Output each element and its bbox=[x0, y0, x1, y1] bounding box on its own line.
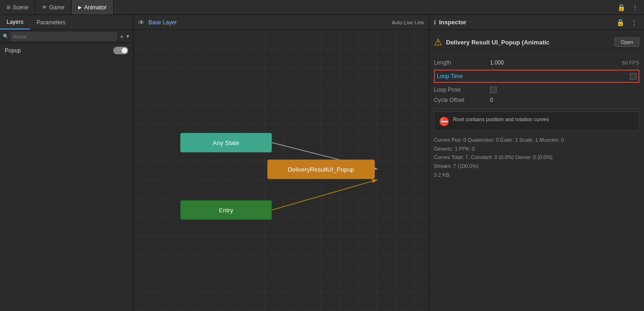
warning-icon: ⚠ bbox=[434, 36, 442, 48]
node-delivery-label: DeliveryResultUI_Popup bbox=[288, 166, 354, 173]
stats-line-5: 3.2 KB bbox=[434, 171, 639, 180]
add-dropdown-icon[interactable]: ▼ bbox=[125, 34, 130, 39]
top-tab-bar: ⊞ Scene 👁 Game ▶ Animator 🔒 ⋮ bbox=[0, 0, 644, 15]
tab-game[interactable]: 👁 Game bbox=[36, 0, 72, 14]
tab-game-label: Game bbox=[49, 4, 65, 11]
cycle-offset-row: Cycle Offset 0 bbox=[434, 95, 639, 105]
length-label: Length bbox=[434, 59, 490, 66]
info-section: ⛔ Root contains position and rotation cu… bbox=[434, 111, 639, 131]
open-button[interactable]: Open bbox=[615, 37, 639, 47]
animator-canvas[interactable]: Any State DeliveryResultUI_Popup Entry bbox=[133, 30, 429, 311]
stats-line-4: Stream: 7 (100.0%) bbox=[434, 162, 639, 171]
stats-line-1: Curves Pos: 0 Quaternion: 0 Euler: 1 Sca… bbox=[434, 136, 639, 145]
svg-line-3 bbox=[272, 180, 378, 210]
animator-header: 👁 Base Layer Auto Live Link bbox=[133, 15, 429, 30]
layer-name: Popup bbox=[5, 47, 21, 54]
loop-time-label: Loop Time bbox=[437, 73, 630, 80]
divider-1 bbox=[434, 54, 639, 55]
tab-scene[interactable]: ⊞ Scene bbox=[0, 0, 36, 14]
stats-section: Curves Pos: 0 Quaternion: 0 Euler: 1 Sca… bbox=[434, 134, 639, 181]
loop-pose-checkbox[interactable] bbox=[490, 87, 497, 93]
game-icon: 👁 bbox=[42, 5, 47, 10]
inspector-more-icon[interactable]: ⋮ bbox=[629, 18, 639, 27]
info-row: ⛔ Root contains position and rotation cu… bbox=[439, 116, 634, 127]
lock-icon[interactable]: 🔒 bbox=[615, 3, 627, 12]
loop-time-checkbox[interactable] bbox=[630, 73, 637, 80]
tab-animator[interactable]: ▶ Animator bbox=[72, 0, 114, 14]
more-options-icon[interactable]: ⋮ bbox=[630, 3, 640, 12]
animator-area: 👁 Base Layer Auto Live Link bbox=[133, 15, 429, 311]
inspector-icon: ℹ bbox=[434, 19, 436, 26]
list-item[interactable]: Popup bbox=[0, 45, 133, 56]
node-entry-label: Entry bbox=[219, 207, 233, 214]
auto-live-link-button[interactable]: Auto Live Link bbox=[392, 20, 424, 25]
inspector-lock-icon[interactable]: 🔒 bbox=[615, 18, 626, 27]
scene-icon: ⊞ bbox=[7, 5, 10, 10]
node-any-state[interactable]: Any State bbox=[180, 133, 272, 152]
search-input[interactable] bbox=[10, 32, 117, 41]
animator-icon: ▶ bbox=[78, 5, 82, 10]
right-panel: ℹ Inspector 🔒 ⋮ ⚠ Delivery Result UI_Pop… bbox=[429, 15, 644, 311]
stats-line-3: Curves Total: 7, Constant: 0 (0.0%) Dens… bbox=[434, 153, 639, 162]
loop-pose-label: Loop Pose bbox=[434, 87, 490, 93]
breadcrumb-label: Base Layer bbox=[148, 19, 177, 26]
search-icon: 🔍 bbox=[3, 34, 8, 39]
inspector-body: ⚠ Delivery Result UI_Popup (Animatic Ope… bbox=[429, 30, 644, 185]
inspector-actions: 🔒 ⋮ bbox=[615, 18, 639, 27]
divider-2 bbox=[434, 108, 639, 108]
layers-tab-label: Layers bbox=[7, 19, 23, 25]
add-layer-button[interactable]: + bbox=[120, 33, 124, 40]
visibility-icon: 👁 bbox=[138, 19, 145, 26]
layers-list: Popup bbox=[0, 43, 133, 58]
tab-scene-label: Scene bbox=[13, 4, 29, 11]
length-row: Length 1.000 60 FPS bbox=[434, 58, 639, 68]
loop-pose-row: Loop Pose bbox=[434, 85, 639, 95]
info-message: Root contains position and rotation curv… bbox=[453, 116, 549, 123]
node-entry[interactable]: Entry bbox=[180, 200, 272, 220]
inspector-header: ℹ Inspector 🔒 ⋮ bbox=[429, 15, 644, 30]
tab-bar-actions: 🔒 ⋮ bbox=[612, 3, 644, 12]
layer-visibility-toggle[interactable] bbox=[113, 47, 128, 54]
length-value: 1.000 bbox=[490, 59, 622, 66]
cycle-offset-label: Cycle Offset bbox=[434, 97, 490, 103]
component-header: ⚠ Delivery Result UI_Popup (Animatic Ope… bbox=[434, 34, 639, 51]
search-bar: 🔍 + ▼ bbox=[0, 30, 133, 43]
info-circle-icon: ⛔ bbox=[439, 116, 449, 127]
parameters-tab-label: Parameters bbox=[37, 19, 66, 26]
left-tab-bar: Layers Parameters bbox=[0, 15, 133, 30]
main-layout: Layers Parameters 🔍 + ▼ Popup 👁 Base bbox=[0, 15, 644, 311]
tab-parameters[interactable]: Parameters bbox=[30, 15, 72, 29]
breadcrumb: Base Layer bbox=[148, 19, 177, 26]
inspector-title: Inspector bbox=[439, 19, 467, 26]
tab-layers[interactable]: Layers bbox=[0, 15, 30, 29]
left-panel: Layers Parameters 🔍 + ▼ Popup bbox=[0, 15, 133, 311]
tab-animator-label: Animator bbox=[84, 4, 107, 11]
cycle-offset-value: 0 bbox=[490, 97, 639, 103]
node-delivery-result[interactable]: DeliveryResultUI_Popup bbox=[267, 159, 375, 179]
component-title: Delivery Result UI_Popup (Animatic bbox=[446, 39, 611, 46]
loop-time-row: Loop Time bbox=[434, 70, 639, 83]
fps-value: 60 FPS bbox=[622, 60, 639, 65]
node-any-state-label: Any State bbox=[213, 139, 239, 146]
stats-line-2: Generic: 1 PPtr: 0 bbox=[434, 145, 639, 153]
